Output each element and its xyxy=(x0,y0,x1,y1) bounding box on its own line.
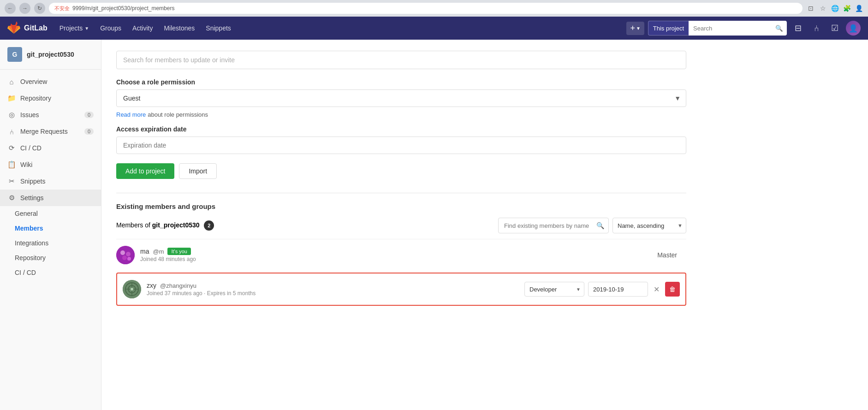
member-search-wrapper: 🔍 xyxy=(498,218,609,233)
member-expiry-input-zxy[interactable] xyxy=(588,282,648,297)
member-search-input[interactable] xyxy=(498,218,609,233)
cast-icon[interactable]: ⊡ xyxy=(806,4,815,13)
member-row-zxy: zxy @zhangxinyu Joined 37 minutes ago · … xyxy=(123,273,680,305)
import-button[interactable]: Import xyxy=(179,163,217,179)
add-to-project-button[interactable]: Add to project xyxy=(116,163,174,179)
user-avatar[interactable]: 👤 xyxy=(846,21,861,36)
layout-toggle-icon[interactable]: ⊟ xyxy=(791,21,805,36)
member-actions-zxy: Developer Guest Reporter Maintainer Owne… xyxy=(524,282,680,297)
svg-point-4 xyxy=(127,257,131,261)
wiki-label: Wiki xyxy=(20,161,32,168)
svg-point-3 xyxy=(122,256,127,260)
snippets-nav-link[interactable]: Snippets xyxy=(201,22,235,35)
forward-button[interactable]: → xyxy=(19,3,30,14)
sidebar-item-repository[interactable]: 📁 Repository xyxy=(0,90,101,107)
sidebar-item-snippets[interactable]: ✂ Snippets xyxy=(0,173,101,190)
delete-icon: 🗑 xyxy=(669,285,676,293)
member-delete-button-zxy[interactable]: 🗑 xyxy=(665,282,680,297)
sidebar-item-settings[interactable]: ⚙ Settings xyxy=(0,190,101,206)
sort-select[interactable]: Name, ascending Name, descending Last jo… xyxy=(612,218,686,233)
avatar-graphic-zxy xyxy=(123,280,141,298)
member-joined-ma: Joined 48 minutes ago xyxy=(140,256,657,262)
refresh-button[interactable]: ↻ xyxy=(34,3,45,14)
role-permission-select[interactable]: Guest Reporter Developer Maintainer Owne… xyxy=(116,89,686,107)
overview-label: Overview xyxy=(20,78,47,85)
sidebar-item-merge-requests[interactable]: ⑃ Merge Requests 0 xyxy=(0,123,101,140)
role-select-wrapper: Guest Reporter Developer Maintainer Owne… xyxy=(116,89,686,107)
invite-members-search[interactable] xyxy=(116,51,686,69)
sidebar-item-cicd[interactable]: ⟳ CI / CD xyxy=(0,140,101,156)
avatar-image: 👤 xyxy=(849,24,858,33)
projects-nav-link[interactable]: Projects ▼ xyxy=(55,22,94,35)
settings-icon: ⚙ xyxy=(7,194,16,202)
form-buttons: Add to project Import xyxy=(116,163,686,193)
groups-nav-link[interactable]: Groups xyxy=(95,22,126,35)
sidebar-sub-item-members[interactable]: Members xyxy=(0,221,101,236)
bookmark-icon[interactable]: ☆ xyxy=(818,4,827,13)
sidebar-item-issues[interactable]: ◎ Issues 0 xyxy=(0,107,101,123)
member-name-row-ma: ma @m It's you xyxy=(140,248,657,255)
expiration-section: Access expiration date xyxy=(116,125,686,154)
sidebar-project-header: G git_project0530 xyxy=(0,40,101,70)
global-search-button[interactable]: 🔍 xyxy=(772,21,787,36)
extensions-icon[interactable]: 🧩 xyxy=(842,4,851,13)
member-search-icon: 🔍 xyxy=(596,222,604,229)
merge-requests-label: Merge Requests xyxy=(20,128,68,135)
member-name-ma: ma xyxy=(140,248,149,255)
sidebar-sub-item-general[interactable]: General xyxy=(0,206,101,221)
url-text: 9999/m/git_project0530/project_members xyxy=(72,5,174,12)
issues-sidebar-icon: ◎ xyxy=(7,111,16,119)
member-joined-zxy: Joined 37 minutes ago · Expires in 5 mon… xyxy=(147,290,524,297)
issues-badge: 0 xyxy=(84,112,94,118)
project-name-bold: git_project0530 xyxy=(152,221,200,229)
merge-requests-sidebar-icon: ⑃ xyxy=(7,127,16,136)
milestones-nav-link[interactable]: Milestones xyxy=(159,22,199,35)
sidebar-item-wiki[interactable]: 📋 Wiki xyxy=(0,156,101,173)
member-name-row-zxy: zxy @zhangxinyu xyxy=(147,282,524,289)
new-item-button[interactable]: + ▼ xyxy=(626,22,644,35)
overview-icon: ⌂ xyxy=(7,77,16,86)
search-scope-label[interactable]: This project xyxy=(648,21,689,36)
url-bar[interactable]: 不安全 9999/m/git_project0530/project_membe… xyxy=(49,3,803,14)
gitlab-navbar: GitLab Projects ▼ Groups Activity Milest… xyxy=(0,17,868,40)
globe-icon[interactable]: 🌐 xyxy=(830,4,839,13)
members-table-header: Members of git_project0530 2 🔍 Name, asc… xyxy=(116,218,686,233)
merge-requests-badge: 0 xyxy=(84,128,94,135)
plus-dropdown-arrow: ▼ xyxy=(636,26,641,31)
wiki-icon: 📋 xyxy=(7,160,16,169)
sidebar-sub-item-repository[interactable]: Repository xyxy=(0,250,101,265)
nav-links: Projects ▼ Groups Activity Milestones Sn… xyxy=(55,22,236,35)
browser-icons: ⊡ ☆ 🌐 🧩 👤 xyxy=(806,4,863,13)
read-more-link[interactable]: Read more xyxy=(116,111,146,118)
search-bar: This project 🔍 xyxy=(648,21,787,36)
gitlab-logo-icon xyxy=(7,22,20,35)
expiration-date-input[interactable] xyxy=(116,137,686,154)
gitlab-logo[interactable]: GitLab xyxy=(7,22,48,35)
projects-dropdown-arrow: ▼ xyxy=(84,26,89,31)
activity-nav-link[interactable]: Activity xyxy=(128,22,157,35)
about-role-text: about role permissions xyxy=(148,111,208,118)
svg-point-0 xyxy=(116,246,135,264)
sidebar-item-overview[interactable]: ⌂ Overview xyxy=(0,73,101,90)
member-role-master: Master xyxy=(657,251,686,259)
global-search-input[interactable] xyxy=(689,21,772,36)
member-name-zxy: zxy xyxy=(147,282,156,289)
member-expiry-clear-icon[interactable]: ✕ xyxy=(652,285,661,294)
sidebar-nav: ⌂ Overview 📁 Repository ◎ Issues 0 ⑃ Mer… xyxy=(0,70,101,284)
member-role-select-zxy[interactable]: Developer Guest Reporter Maintainer Owne… xyxy=(524,282,584,297)
sidebar-sub-item-cicd[interactable]: CI / CD xyxy=(0,265,101,280)
cicd-icon: ⟳ xyxy=(7,144,16,152)
issues-icon[interactable]: ☑ xyxy=(827,21,842,36)
back-button[interactable]: ← xyxy=(5,3,16,14)
gitlab-logo-text: GitLab xyxy=(24,24,48,32)
main-layout: G git_project0530 ⌂ Overview 📁 Repositor… xyxy=(0,40,868,410)
cicd-label: CI / CD xyxy=(20,144,42,152)
member-info-ma: ma @m It's you Joined 48 minutes ago xyxy=(140,248,657,262)
member-role-select-wrapper: Developer Guest Reporter Maintainer Owne… xyxy=(524,282,584,297)
content-inner: Choose a role permission Guest Reporter … xyxy=(101,40,701,319)
sidebar-sub-item-integrations[interactable]: Integrations xyxy=(0,236,101,250)
merge-requests-icon[interactable]: ⑃ xyxy=(809,21,824,36)
content-area: Choose a role permission Guest Reporter … xyxy=(101,40,868,410)
security-indicator: 不安全 xyxy=(54,5,70,12)
profile-icon[interactable]: 👤 xyxy=(854,4,863,13)
